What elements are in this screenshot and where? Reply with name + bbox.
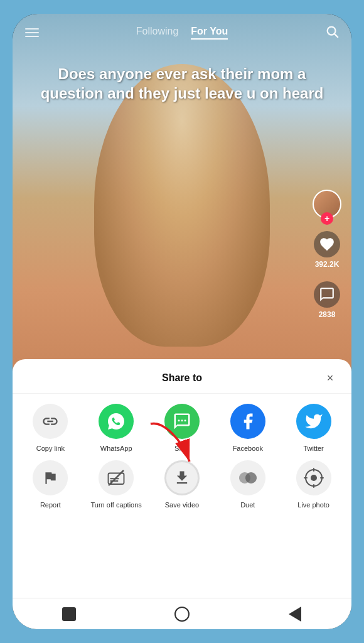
share-report[interactable]: Report: [18, 460, 83, 509]
home-button[interactable]: [173, 605, 191, 624]
square-icon: [62, 607, 76, 621]
share-row-1: Copy link WhatsApp: [13, 394, 351, 458]
svg-line-1: [335, 34, 338, 37]
like-button[interactable]: 392.2K: [314, 231, 340, 269]
facebook-icon: [230, 404, 265, 439]
hamburger-icon[interactable]: [25, 28, 39, 37]
triangle-icon: [289, 607, 301, 622]
turn-off-captions-label: Turn off captions: [91, 500, 142, 509]
sms-icon: [164, 404, 200, 439]
share-duet[interactable]: Duet: [215, 460, 281, 509]
share-save-video[interactable]: Save video: [149, 460, 215, 509]
share-copy-link[interactable]: Copy link: [18, 404, 83, 453]
comment-icon: [314, 281, 340, 308]
twitter-label: Twitter: [303, 444, 323, 453]
sheet-header: Share to ×: [13, 359, 351, 394]
follow-button[interactable]: +: [321, 212, 333, 225]
share-turn-off-captions[interactable]: Turn off captions: [83, 460, 149, 509]
square-button[interactable]: [60, 605, 78, 624]
top-bar: Following For You: [13, 14, 351, 51]
nav-tabs: Following For You: [136, 26, 228, 40]
search-button[interactable]: [325, 24, 339, 41]
save-video-label: Save video: [165, 500, 199, 509]
duet-label: Duet: [240, 500, 255, 509]
duet-icon: [230, 460, 265, 495]
svg-point-4: [184, 419, 186, 421]
share-facebook[interactable]: Facebook: [215, 404, 281, 453]
svg-point-8: [245, 472, 257, 484]
copy-link-label: Copy link: [36, 444, 65, 453]
video-caption: Does anyone ever ask their mom a questio…: [13, 64, 351, 103]
person-overlay: [94, 64, 270, 347]
phone-frame: Following For You Does anyone ever ask t…: [13, 14, 351, 629]
svg-point-10: [311, 475, 317, 481]
back-button[interactable]: [286, 605, 304, 624]
sms-label: SMS: [174, 444, 190, 453]
whatsapp-label: WhatsApp: [100, 444, 132, 453]
share-whatsapp[interactable]: WhatsApp: [83, 404, 149, 453]
svg-point-2: [178, 419, 179, 421]
share-live-photo[interactable]: Live photo: [281, 460, 346, 509]
facebook-label: Facebook: [233, 444, 263, 453]
like-count: 392.2K: [315, 260, 340, 269]
sheet-title: Share to: [43, 372, 321, 384]
report-icon: [33, 460, 68, 495]
svg-point-3: [181, 419, 183, 421]
comment-button[interactable]: 2838: [314, 281, 340, 319]
comment-count: 2838: [319, 310, 336, 319]
right-actions: + 392.2K 2838: [313, 190, 341, 319]
whatsapp-icon: [99, 404, 134, 439]
live-photo-label: Live photo: [297, 500, 329, 509]
close-button[interactable]: ×: [321, 369, 339, 387]
share-row-2: Report Turn off captions: [13, 458, 351, 514]
twitter-icon: [296, 404, 331, 439]
tab-following[interactable]: Following: [136, 26, 179, 40]
tab-foryou[interactable]: For You: [191, 26, 228, 40]
circle-icon: [174, 607, 190, 622]
heart-icon: [314, 231, 340, 257]
report-label: Report: [40, 500, 61, 509]
bottom-nav: [13, 598, 351, 629]
live-photo-icon: [296, 460, 331, 495]
share-twitter[interactable]: Twitter: [281, 404, 346, 453]
share-bottom-sheet: Share to × Copy link: [13, 359, 351, 629]
captions-icon: [99, 460, 134, 495]
copy-link-icon: [33, 404, 68, 439]
creator-avatar-wrap[interactable]: +: [313, 190, 341, 219]
share-sms[interactable]: SMS: [149, 404, 215, 453]
save-video-icon: [164, 460, 200, 495]
